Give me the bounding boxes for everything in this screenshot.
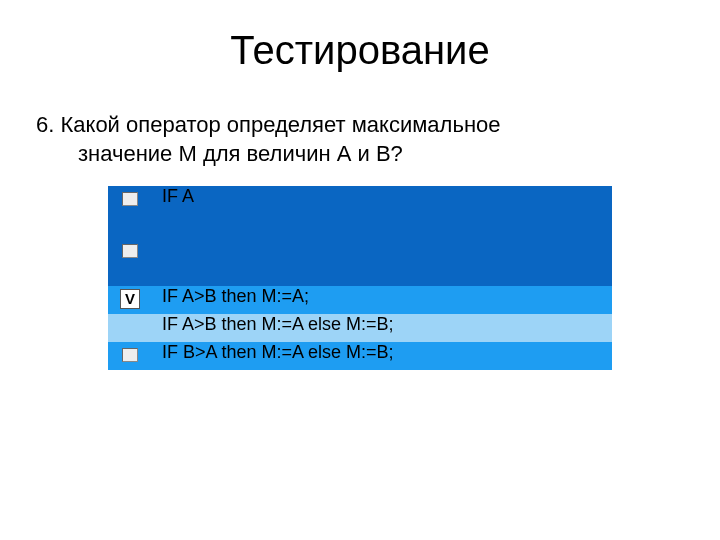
option-text-4: IF A>B then M:=A else M:=B; [162, 314, 612, 342]
option-text-5: IF B>A then M:=A else M:=B; [162, 342, 612, 370]
question-line2: значение М для величин А и В? [36, 140, 684, 169]
option-row: IF A>B then M:=A else M:=B; [108, 314, 612, 342]
checkbox-option-2[interactable] [122, 244, 138, 258]
option-row: IF B>A then M:=A else M:=B; [108, 342, 612, 370]
option-text-3: IF A>B then M:=A; [162, 286, 612, 314]
option-text-2 [162, 238, 612, 286]
question-text: 6. Какой оператор определяет максимально… [36, 111, 684, 168]
options-table: IF A V IF A>B then M:=A; IF A>B then M:=… [108, 186, 612, 370]
option-row: IF A [108, 186, 612, 238]
option-row: V IF A>B then M:=A; [108, 286, 612, 314]
option-text-1: IF A [162, 186, 612, 238]
question-line1: 6. Какой оператор определяет максимально… [36, 112, 501, 137]
selected-marker[interactable]: V [120, 289, 140, 309]
checkbox-option-5[interactable] [122, 348, 138, 362]
page-title: Тестирование [0, 28, 720, 73]
checkbox-option-1[interactable] [122, 192, 138, 206]
option-row [108, 238, 612, 286]
